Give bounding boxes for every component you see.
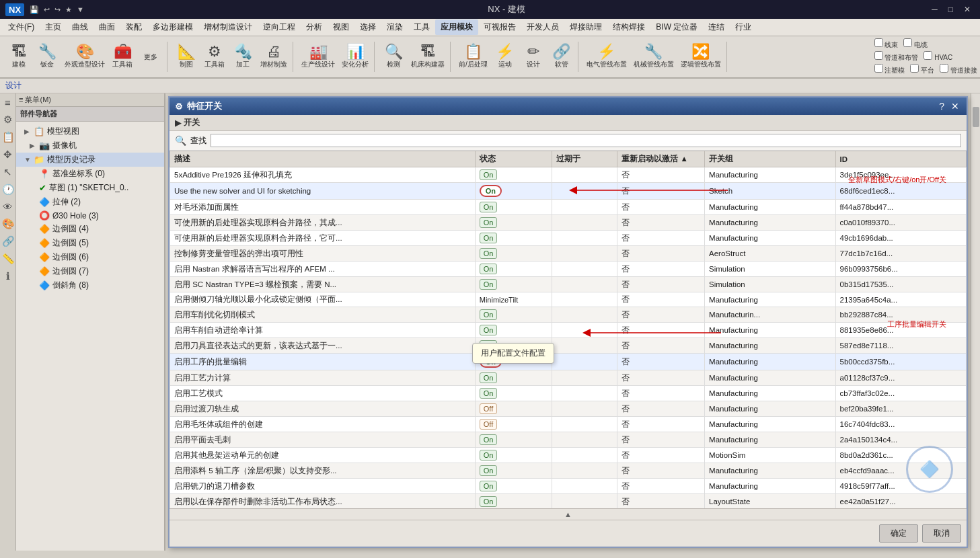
- lv-info[interactable]: ℹ: [1, 268, 15, 284]
- tb-btn-toolbox2[interactable]: ⚙ 工具箱: [201, 43, 228, 71]
- sidebar-hamburger[interactable]: ≡ 菜单(M): [19, 95, 51, 105]
- tb-btn-build[interactable]: 🏗 建模: [5, 43, 32, 71]
- tree-item-datum[interactable]: 📍 基准坐标系 (0): [16, 167, 164, 181]
- redo-icon[interactable]: ↪: [53, 5, 62, 14]
- tb-btn-logic-routing[interactable]: 🔀 逻辑管线布置: [678, 43, 724, 71]
- menu-tools[interactable]: 工具: [408, 19, 435, 35]
- tb-btn-elec-routing[interactable]: ⚡ 电气管线布置: [584, 43, 630, 71]
- table-row[interactable]: 对毛坯添加面属性 On 否 Manufacturing ff44a878bd47…: [170, 200, 967, 215]
- th-desc[interactable]: 描述: [170, 151, 476, 167]
- th-status[interactable]: 状态: [475, 151, 552, 167]
- td-status[interactable]: On: [475, 307, 552, 323]
- menu-struct-weld[interactable]: 结构焊接: [607, 19, 650, 35]
- lv-measure[interactable]: 📏: [1, 251, 15, 267]
- menu-curve[interactable]: 曲线: [67, 19, 93, 35]
- menu-home[interactable]: 主页: [40, 19, 67, 35]
- td-status[interactable]: On: [475, 183, 552, 200]
- tb-btn-hose[interactable]: 🔗 软管: [548, 43, 575, 71]
- menu-additive[interactable]: 增材制造设计: [198, 19, 258, 35]
- tb-btn-design[interactable]: ✏ 设计: [520, 43, 547, 71]
- td-status[interactable]: On: [475, 448, 552, 463]
- tree-item-edge6[interactable]: 🔶 边倒圆 (6): [16, 250, 164, 264]
- lv-color[interactable]: 🎨: [1, 216, 15, 232]
- td-status[interactable]: On: [475, 231, 552, 246]
- td-status[interactable]: On: [475, 432, 552, 448]
- table-row[interactable]: 启用工序的批量编辑 On 否 Manufacturing 5b00ccd375f…: [170, 354, 967, 370]
- tree-item-camera[interactable]: ▶ 📷 摄像机: [16, 138, 164, 153]
- td-status[interactable]: On: [475, 370, 552, 386]
- lv-view[interactable]: 👁: [1, 199, 15, 214]
- cb-hvac[interactable]: [924, 51, 932, 60]
- td-status[interactable]: On: [475, 200, 552, 215]
- cb-wire[interactable]: [874, 38, 883, 47]
- tb-btn-machine-builder[interactable]: 🏗 机床构建器: [408, 43, 447, 71]
- table-row[interactable]: 启用毛坯体或组件的创建 Off 否 Manufacturing 16c7404f…: [170, 417, 967, 432]
- table-row[interactable]: 启用 Nastran 求解器语言写出程序的 AFEM ... On 否 Simu…: [170, 262, 967, 277]
- menu-view[interactable]: 视图: [328, 19, 354, 35]
- tb-btn-additive[interactable]: 🖨 增材制造: [258, 43, 290, 71]
- cb-inject[interactable]: [874, 64, 883, 73]
- table-row[interactable]: 启用刀具直径表达式的更新，该表达式基于一... On 否 Manufacturi…: [170, 338, 967, 354]
- ok-button[interactable]: 确定: [879, 524, 918, 543]
- table-row[interactable]: 启用添料 5 轴工序（涂层/积聚）以支持变形... On 否 Manufactu…: [170, 463, 967, 479]
- cb-platform[interactable]: [910, 64, 919, 73]
- cb-pipe-connect[interactable]: [940, 64, 948, 73]
- table-row[interactable]: 控制修剪变量管理器的弹出项可用性 On 否 AeroStruct 77dc1b7…: [170, 246, 967, 262]
- scroll-indicator[interactable]: ▲: [169, 508, 967, 520]
- table-row[interactable]: 启用侧倾刀轴光顺以最小化或锁定侧倾（平面... MinimizeTilt 否 M…: [170, 292, 967, 307]
- lv-select[interactable]: ↖: [1, 164, 15, 180]
- tb-btn-production[interactable]: 🏭 生产线设计: [299, 43, 338, 71]
- tree-item-hole[interactable]: ⭕ Ø30 Hole (3): [16, 209, 164, 222]
- scroll-thumb[interactable]: [973, 107, 979, 127]
- tb-btn-sheetmetal[interactable]: 🔧 钣金: [34, 43, 61, 71]
- menu-assembly[interactable]: 装配: [120, 19, 147, 35]
- tb-btn-prepost[interactable]: 📋 前/后处理: [456, 43, 490, 71]
- lv-snap[interactable]: 🔗: [1, 233, 15, 249]
- tree-item-extrude[interactable]: 🔷 拉伸 (2): [16, 195, 164, 209]
- td-status[interactable]: On: [475, 277, 552, 292]
- dialog-help-button[interactable]: ?: [937, 101, 946, 112]
- tb-btn-optimize[interactable]: 📊 安化分析: [339, 43, 371, 71]
- menu-industry[interactable]: 行业: [730, 19, 757, 35]
- td-status[interactable]: On: [475, 463, 552, 479]
- td-status[interactable]: Off: [475, 401, 552, 417]
- tb-btn-machining[interactable]: 🔩 加工: [229, 43, 256, 71]
- menu-analysis[interactable]: 分析: [301, 19, 328, 35]
- cancel-button[interactable]: 取消: [922, 524, 961, 543]
- menu-visual-report[interactable]: 可视报告: [478, 19, 521, 35]
- td-status[interactable]: On: [475, 323, 552, 338]
- tree-item-chamfer[interactable]: 🔷 倒斜角 (8): [16, 278, 164, 292]
- menu-weld-assist[interactable]: 焊接助理: [564, 19, 607, 35]
- td-status[interactable]: On: [475, 386, 552, 401]
- table-row[interactable]: 可使用新的后处理器实现原料合并路径，其成... On 否 Manufacturi…: [170, 215, 967, 231]
- menu-connect[interactable]: 连结: [703, 19, 730, 35]
- tb-btn-inspect[interactable]: 🔍 检测: [380, 43, 407, 71]
- menu-file[interactable]: 文件(F): [3, 19, 40, 35]
- table-row[interactable]: 启用过渡刀轨生成 Off 否 Manufacturing bef20ba39fe…: [170, 401, 967, 417]
- tb-btn-drawing[interactable]: 📐 制图: [173, 43, 200, 71]
- window-controls[interactable]: ─ □ ✕: [928, 3, 975, 15]
- td-status[interactable]: On: [475, 246, 552, 262]
- table-row[interactable]: 启用平面去毛刺 On 否 Manufacturing 2a4a150134c4.…: [170, 432, 967, 448]
- table-row[interactable]: 启用以在保存部件时删除非活动工作布局状态... On 否 LayoutState…: [170, 494, 967, 509]
- table-row[interactable]: 启用车削自动进给率计算 On 否 Manufacturing 881935e8e…: [170, 323, 967, 338]
- lv-settings[interactable]: ⚙: [1, 112, 15, 128]
- table-row[interactable]: 可使用新的后处理器实现原料合并路径，它可... On 否 Manufacturi…: [170, 231, 967, 246]
- cb-pipe-layout[interactable]: [874, 51, 883, 60]
- table-row[interactable]: 5xAdditive Pre1926 延伸和孔填充 On 否 Manufactu…: [170, 167, 967, 183]
- tb-btn-toolbox[interactable]: 🧰 工具箱: [109, 43, 136, 71]
- table-row[interactable]: 启用工艺模式 On 否 Manufacturing cb73ffaf3c02e.…: [170, 386, 967, 401]
- td-status[interactable]: Off: [475, 417, 552, 432]
- table-row[interactable]: 启用工艺力计算 On 否 Manufacturing a01128cf37c9.…: [170, 370, 967, 386]
- tb-btn-motion[interactable]: ⚡ 运动: [492, 43, 519, 71]
- td-status[interactable]: On: [475, 167, 552, 183]
- menu-polygon[interactable]: 多边形建模: [147, 19, 198, 35]
- search-input[interactable]: [211, 134, 961, 147]
- close-button[interactable]: ✕: [960, 3, 975, 15]
- tb-btn-mech-routing[interactable]: 🔧 机械管线布置: [631, 43, 677, 71]
- menu-biw[interactable]: BIW 定位器: [650, 19, 703, 35]
- table-row[interactable]: 启用铣刀的退刀槽参数 On 否 Manufacturing 4918c59f77…: [170, 479, 967, 494]
- menu-appmodule[interactable]: 应用模块: [435, 19, 478, 35]
- more-icon[interactable]: ▼: [75, 5, 85, 14]
- td-status[interactable]: On: [475, 479, 552, 494]
